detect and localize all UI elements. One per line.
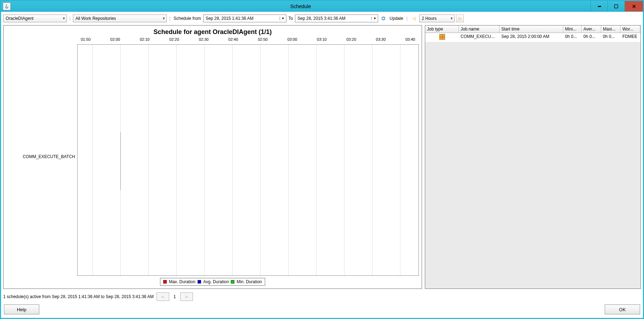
legend-swatch-avg	[198, 280, 201, 284]
x-tick: 02:10	[138, 37, 152, 44]
cell-start: Sep 28, 2015 2:00:00 AM	[500, 33, 563, 42]
content: OracleDIAgent ▼ | All Work Repositories …	[1, 12, 643, 318]
chevron-down-icon: ▼	[371, 17, 378, 20]
col-mini[interactable]: Mini...	[563, 26, 582, 33]
help-button[interactable]: Help	[4, 304, 39, 314]
page-number: 1	[173, 294, 176, 299]
cell-jobtype	[425, 33, 459, 42]
x-tick: 03:30	[374, 37, 388, 44]
table-row[interactable]: COMM_EXECU... Sep 28, 2015 2:00:00 AM 0h…	[425, 33, 640, 42]
range-value: 2 Hours	[422, 16, 437, 21]
x-tick: 03:40	[403, 37, 417, 44]
main-split: Schedule for agent OracleDIAgent (1/1) C…	[3, 25, 641, 289]
cell-maxi: 0h 0...	[601, 33, 621, 42]
legend-avg-label: Avg. Duration	[203, 279, 229, 284]
gridline	[92, 45, 93, 275]
x-tick: 01:50	[79, 37, 93, 44]
status-text: 1 schedule(s) active from Sep 28, 2015 1…	[3, 294, 154, 299]
gridline	[260, 45, 261, 275]
close-button[interactable]: ✕	[625, 1, 643, 11]
maximize-button[interactable]: ☐	[608, 1, 625, 11]
x-axis: 01:50 02:00 02:10 02:20 02:30 02:40 02:5…	[77, 37, 419, 44]
gridline	[372, 45, 372, 275]
cell-wor: FDMEE	[621, 33, 640, 42]
ok-button[interactable]: OK	[605, 304, 640, 314]
chevron-down-icon: ▼	[61, 17, 65, 20]
col-jobname[interactable]: Job name	[459, 26, 500, 33]
gridline	[176, 45, 177, 275]
x-tick: 02:20	[167, 37, 181, 44]
agent-dropdown[interactable]: OracleDIAgent ▼	[3, 15, 67, 22]
cell-jobname: COMM_EXECU...	[459, 33, 500, 42]
repository-value: All Work Repositories	[75, 16, 116, 21]
prev-page-button[interactable]: <	[156, 292, 169, 301]
minimize-button[interactable]: ━	[591, 1, 608, 11]
from-date-value: Sep 28, 2015 1:41:36 AM	[204, 16, 280, 21]
java-icon	[3, 2, 11, 10]
job-type-icon	[439, 34, 445, 40]
chevron-down-icon: ▼	[280, 17, 286, 20]
col-aver[interactable]: Aver...	[582, 26, 601, 33]
chart-panel: Schedule for agent OracleDIAgent (1/1) C…	[3, 25, 422, 289]
titlebar: Schedule ━ ☐ ✕	[1, 1, 643, 12]
update-label: Update	[389, 16, 403, 21]
separator: |	[69, 16, 70, 21]
jobs-table: Job type Job name Start time Mini... Ave…	[425, 25, 641, 289]
status-row: 1 schedule(s) active from Sep 28, 2015 1…	[3, 292, 641, 302]
schedule-event-bar[interactable]	[120, 132, 121, 190]
prev-range-button[interactable]: ◁	[410, 15, 418, 22]
x-tick: 03:10	[315, 37, 329, 44]
chart-area: COMM_EXECUTE_BATCH 01:50 02:00 02:10 02:…	[6, 37, 419, 276]
toolbar: OracleDIAgent ▼ | All Work Repositories …	[3, 14, 641, 23]
window-frame: Schedule ━ ☐ ✕ OracleDIAgent ▼ | All Wor…	[0, 0, 644, 319]
x-tick: 03:00	[285, 37, 300, 44]
x-tick: 02:00	[108, 37, 122, 44]
gridline	[148, 45, 149, 275]
plot	[77, 44, 419, 276]
to-date-field[interactable]: Sep 28, 2015 3:41:36 AM ▼	[295, 15, 378, 22]
y-axis: COMM_EXECUTE_BATCH	[6, 37, 77, 276]
range-dropdown[interactable]: 2 Hours ▼	[419, 15, 455, 22]
legend-max-label: Max. Duration	[169, 279, 195, 284]
chart-title: Schedule for agent OracleDIAgent (1/1)	[6, 28, 419, 36]
separator: |	[406, 16, 408, 21]
y-axis-label: COMM_EXECUTE_BATCH	[23, 154, 75, 159]
x-tick: 02:50	[256, 37, 270, 44]
col-jobtype[interactable]: Job type	[425, 26, 459, 33]
schedule-from-label: Schedule from	[173, 16, 201, 21]
x-tick: 02:30	[196, 37, 211, 44]
gridline	[316, 45, 317, 275]
legend-min-label: Min. Duration	[236, 279, 262, 284]
window-controls: ━ ☐ ✕	[591, 1, 643, 11]
x-tick: 03:20	[344, 37, 358, 44]
gridline	[344, 45, 344, 275]
cell-mini: 0h 0...	[563, 33, 582, 42]
gridline	[400, 45, 400, 275]
to-label: To	[289, 16, 293, 21]
chevron-down-icon: ▼	[449, 17, 453, 20]
gridline	[232, 45, 233, 275]
footer: Help OK	[3, 303, 641, 316]
gridline	[288, 45, 289, 275]
col-maxi[interactable]: Maxi...	[601, 26, 621, 33]
window-title: Schedule	[11, 4, 591, 9]
col-start[interactable]: Start time	[500, 26, 563, 33]
next-range-button[interactable]: ▷	[456, 15, 464, 22]
next-page-button[interactable]: >	[180, 292, 193, 301]
separator: |	[169, 16, 170, 21]
to-date-value: Sep 28, 2015 3:41:36 AM	[295, 16, 371, 21]
col-wor[interactable]: Wor...	[621, 26, 640, 33]
legend-swatch-max	[163, 280, 167, 284]
refresh-button[interactable]	[380, 15, 387, 22]
from-date-field[interactable]: Sep 28, 2015 1:41:36 AM ▼	[203, 15, 286, 22]
plot-wrap: 01:50 02:00 02:10 02:20 02:30 02:40 02:5…	[77, 37, 419, 276]
table-header: Job type Job name Start time Mini... Ave…	[425, 26, 640, 33]
legend: Max. Duration Avg. Duration Min. Duratio…	[160, 278, 265, 286]
repository-dropdown[interactable]: All Work Repositories ▼	[73, 15, 167, 22]
x-tick: 02:40	[226, 37, 240, 44]
legend-swatch-min	[231, 280, 234, 284]
table-body: COMM_EXECU... Sep 28, 2015 2:00:00 AM 0h…	[425, 33, 640, 289]
cell-aver: 0h 0...	[582, 33, 601, 42]
chevron-down-icon: ▼	[161, 17, 165, 20]
gridline	[204, 45, 205, 275]
